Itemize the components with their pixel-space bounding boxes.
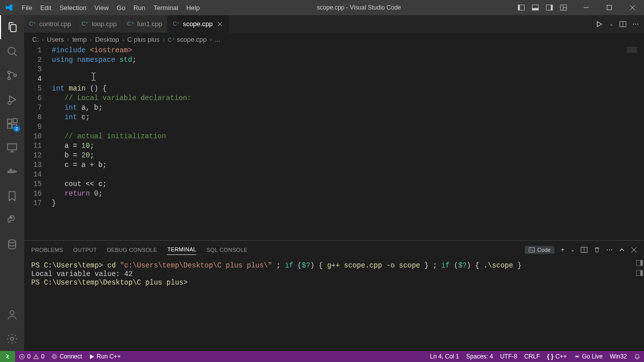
split-terminal-icon[interactable] (581, 246, 588, 253)
customize-layout-icon[interactable] (556, 0, 571, 15)
code-line[interactable]: } (52, 199, 644, 208)
svg-rect-20 (8, 119, 12, 123)
code-line[interactable]: int main () { (52, 84, 644, 94)
code-line[interactable]: int c; (52, 113, 644, 122)
more-actions-icon[interactable]: ⋯ (632, 20, 639, 28)
menu-run[interactable]: Run (129, 0, 149, 15)
terminal-profile-button[interactable]: Code (525, 246, 554, 254)
code-line[interactable]: c = a + b; (52, 160, 644, 170)
code-editor[interactable]: 1234567891011121314151617 #include <iost… (24, 46, 644, 240)
search-icon[interactable] (0, 39, 24, 63)
settings-gear-icon[interactable] (0, 327, 24, 351)
menu-view[interactable]: View (91, 0, 113, 15)
cursor-position[interactable]: Ln 4, Col 1 (426, 351, 462, 362)
menu-selection[interactable]: Selection (55, 0, 90, 15)
svg-rect-30 (10, 169, 12, 170)
bookmarks-icon[interactable] (0, 184, 24, 208)
new-terminal-icon[interactable]: + (560, 246, 565, 253)
code-line[interactable] (52, 170, 644, 179)
breadcrumb-segment[interactable]: C: (32, 36, 39, 43)
panel-tab-terminal[interactable]: TERMINAL (167, 244, 196, 255)
problems-status[interactable]: 0 0 (15, 351, 48, 362)
cpp-file-icon: C⁺ (82, 21, 89, 27)
run-debug-icon[interactable] (0, 87, 24, 112)
menu-edit[interactable]: Edit (36, 0, 55, 15)
panel-tab-sql-console[interactable]: SQL CONSOLE (206, 245, 248, 255)
remote-explorer-icon[interactable] (0, 136, 24, 160)
breadcrumb-segment[interactable]: Users (47, 36, 64, 43)
svg-point-17 (14, 74, 17, 77)
code-line[interactable]: return 0; (52, 189, 644, 199)
breadcrumb-separator: › (66, 36, 70, 43)
terminal-side-icon-2[interactable] (636, 269, 643, 277)
platform-status[interactable]: Win32 (606, 351, 630, 362)
code-line[interactable]: // actual initialization (52, 132, 644, 141)
maximize-button[interactable] (598, 0, 621, 15)
split-editor-icon[interactable] (619, 21, 626, 28)
tab-loop-cpp[interactable]: C⁺loop.cpp (77, 15, 122, 33)
toggle-panel-icon[interactable] (528, 0, 542, 15)
window-controls (575, 0, 644, 15)
code-line[interactable]: cout << c; (52, 179, 644, 189)
code-content[interactable]: #include <iostream>using namespace std;i… (52, 46, 644, 240)
toggle-secondary-sidebar-icon[interactable] (542, 0, 556, 15)
eol-status[interactable]: CRLF (521, 351, 543, 362)
notifications-icon[interactable] (630, 351, 644, 362)
terminal-side-icon[interactable] (636, 259, 643, 266)
docker-icon[interactable] (0, 160, 24, 184)
tab-close-icon[interactable] (216, 20, 224, 28)
encoding-status[interactable]: UTF-8 (497, 351, 521, 362)
code-line[interactable] (52, 65, 644, 74)
extensions-icon[interactable]: 2 (0, 112, 24, 136)
code-line[interactable]: using namespace std; (52, 55, 644, 65)
code-line[interactable]: #include <iostream> (52, 46, 644, 55)
account-icon[interactable] (0, 303, 24, 327)
run-code-icon[interactable] (595, 20, 603, 28)
breadcrumb-segment[interactable]: ... (215, 36, 220, 43)
close-panel-icon[interactable] (631, 247, 637, 253)
svg-marker-37 (597, 22, 602, 27)
connect-status[interactable]: Connect (48, 351, 86, 362)
panel-tab-problems[interactable]: PROBLEMS (31, 245, 63, 255)
terminal-dropdown-icon[interactable]: ⌄ (571, 247, 575, 252)
indentation-status[interactable]: Spaces: 4 (463, 351, 497, 362)
breadcrumb-segment[interactable]: temp (72, 36, 87, 43)
svg-point-54 (52, 354, 57, 359)
source-control-icon[interactable] (0, 63, 24, 87)
run-dropdown-icon[interactable]: ⌄ (609, 21, 613, 27)
breadcrumb-segment[interactable]: C⁺scope.cpp (168, 36, 207, 43)
code-line[interactable] (52, 74, 644, 84)
breadcrumb-segment[interactable]: Desktop (95, 36, 119, 43)
menu-file[interactable]: File (18, 0, 36, 15)
run-task-status[interactable]: Run C++ (86, 351, 124, 362)
close-button[interactable] (621, 0, 644, 15)
code-line[interactable]: b = 20; (52, 151, 644, 160)
panel-tab-debug-console[interactable]: DEBUG CONSOLE (107, 245, 157, 255)
code-line[interactable]: // Local variable declaration: (52, 94, 644, 103)
panel-more-icon[interactable]: ⋯ (606, 246, 613, 253)
menu-help[interactable]: Help (182, 0, 204, 15)
breadcrumb[interactable]: C:›Users›temp›Desktop›C plus plus›C⁺scop… (24, 33, 644, 46)
code-line[interactable]: a = 10; (52, 141, 644, 151)
code-line[interactable]: int a, b; (52, 103, 644, 113)
menu-go[interactable]: Go (113, 0, 129, 15)
python-icon[interactable] (0, 208, 24, 232)
maximize-panel-icon[interactable] (619, 247, 625, 253)
kill-terminal-icon[interactable] (594, 246, 600, 253)
tab-control-cpp[interactable]: C⁺control.cpp (24, 15, 77, 33)
code-line[interactable] (52, 122, 644, 132)
minimize-button[interactable] (575, 0, 598, 15)
language-mode[interactable]: { }C++ (543, 351, 570, 362)
minimap[interactable] (627, 47, 637, 62)
go-live-status[interactable]: Go Live (571, 351, 606, 362)
breadcrumb-segment[interactable]: C plus plus (127, 36, 159, 43)
remote-indicator[interactable] (0, 351, 15, 362)
terminal-output[interactable]: PS C:\Users\temp> cd "c:\Users\temp\Desk… (24, 258, 644, 351)
toggle-primary-sidebar-icon[interactable] (514, 0, 528, 15)
tab-fun1-cpp[interactable]: C⁺fun1.cpp (122, 15, 168, 33)
explorer-icon[interactable] (0, 15, 24, 39)
database-icon[interactable] (0, 232, 24, 256)
panel-tab-output[interactable]: OUTPUT (73, 245, 97, 255)
menu-terminal[interactable]: Terminal (149, 0, 182, 15)
tab-scope-cpp[interactable]: C⁺scope.cpp (168, 15, 229, 33)
